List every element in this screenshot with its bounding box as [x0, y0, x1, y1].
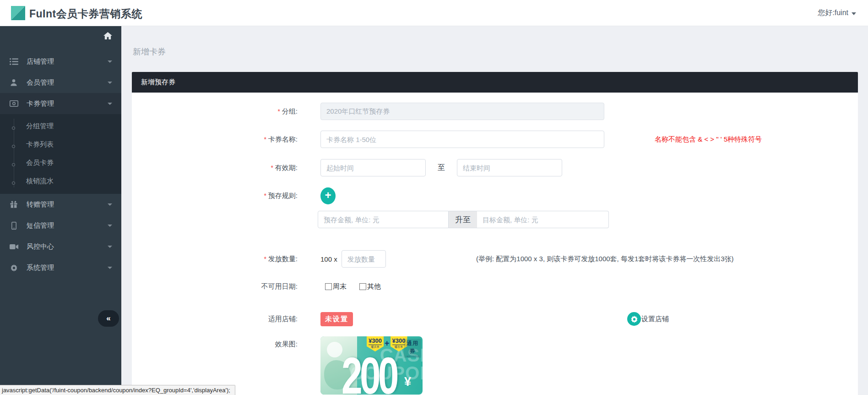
- rule-amount-group: 升至: [318, 211, 609, 228]
- plus-icon: +: [325, 190, 331, 201]
- set-stores-button[interactable]: 设置店铺: [627, 312, 669, 326]
- sidebar-item-label: 风控中心: [27, 242, 108, 251]
- required-asterisk: *: [264, 192, 266, 199]
- end-time-input[interactable]: [457, 159, 562, 176]
- gear-icon: [627, 312, 641, 326]
- sidebar: 店铺管理 会员管理 卡券管理: [0, 26, 121, 395]
- preview-label: 效果图:: [132, 340, 298, 349]
- app-window: FuInt会员卡券营销系统 您好:fuint 店铺管理: [0, 0, 868, 395]
- sidebar-item-label: 短信管理: [27, 221, 108, 230]
- add-rule-button[interactable]: +: [320, 187, 336, 204]
- bullet-icon: [12, 181, 15, 185]
- form-row-rule-amounts: 升至: [132, 211, 858, 228]
- user-greeting: 您好:fuint: [818, 8, 848, 18]
- sidebar-item-member-mgmt[interactable]: 会员管理: [0, 72, 121, 93]
- sidebar-item-gift-mgmt[interactable]: 转赠管理: [0, 194, 121, 215]
- rise-to-label: 升至: [449, 211, 477, 228]
- panel-title: 新增预存券: [141, 78, 175, 87]
- target-amount-input[interactable]: [477, 211, 609, 228]
- user-menu[interactable]: 您好:fuint: [818, 8, 856, 18]
- start-time-input[interactable]: [320, 159, 426, 176]
- form-row-rule: *预存规则: +: [132, 187, 858, 205]
- form-row-preview: 效果图: CASH COUPON 200 ¥: [132, 336, 858, 395]
- video-camera-icon: [9, 244, 19, 250]
- app-logo-icon: [11, 6, 25, 20]
- plus-icon: +: [385, 339, 390, 348]
- sidebar-item-group-mgmt[interactable]: 分组管理: [0, 117, 121, 135]
- status-badge: 未设置: [320, 312, 353, 326]
- other-checkbox-group[interactable]: 其他: [359, 282, 381, 291]
- double-chevron-left-icon: «: [106, 314, 110, 323]
- form-row-stores: 适用店铺: 未设置 设置店铺: [132, 312, 858, 326]
- form-row-validity: *有效期: 至: [132, 159, 858, 176]
- other-checkbox[interactable]: [359, 283, 366, 290]
- form-row-quantity: *发放数量: 100 x (举例: 配置为1000 x 3, 则该卡券可发放10…: [132, 250, 858, 268]
- set-stores-label: 设置店铺: [641, 315, 669, 324]
- sidebar-item-redeem-flow[interactable]: 核销流水: [0, 172, 121, 190]
- coupon-photo-shape: [327, 342, 342, 357]
- sidebar-item-sms-mgmt[interactable]: 短信管理: [0, 215, 121, 236]
- sidebar-item-label: 转赠管理: [27, 200, 108, 209]
- coupon-badges: ¥300 暖庆券 + ¥300 暖芯券: [367, 336, 407, 351]
- bullet-icon: [12, 126, 15, 130]
- coupon-badge: ¥300 暖庆券: [367, 336, 384, 351]
- sidebar-item-label: 系统管理: [27, 263, 108, 272]
- sidebar-subitem-label: 会员卡券: [26, 159, 54, 167]
- weekend-checkbox-group[interactable]: 周末: [325, 282, 347, 291]
- gift-icon: [9, 201, 19, 208]
- form-row-group: *分组:: [132, 103, 858, 120]
- sidebar-item-label: 会员管理: [27, 78, 108, 87]
- required-asterisk: *: [277, 108, 280, 115]
- other-checkbox-label: 其他: [367, 282, 381, 291]
- form-row-unavailable-days: 不可用日期: 周末 其他: [132, 280, 858, 293]
- chevron-down-icon: [108, 103, 112, 105]
- chevron-down-icon: [108, 246, 112, 248]
- bullet-icon: [12, 163, 15, 166]
- home-icon[interactable]: [103, 32, 112, 41]
- name-rule-hint: 名称不能包含 & < > " ' 5种特殊符号: [655, 135, 762, 144]
- coupon-preview-image: CASH COUPON 200 ¥ ¥300 暖庆券 +: [320, 336, 423, 395]
- sidebar-item-store-mgmt[interactable]: 店铺管理: [0, 51, 121, 72]
- top-header: FuInt会员卡券营销系统 您好:fuint: [0, 0, 868, 26]
- sidebar-item-label: 店铺管理: [27, 57, 108, 66]
- required-asterisk: *: [264, 136, 266, 143]
- chevron-down-icon: [108, 60, 112, 63]
- sidebar-item-risk-center[interactable]: 风控中心: [0, 236, 121, 257]
- group-label: *分组:: [132, 107, 298, 116]
- sidebar-collapse-button[interactable]: «: [98, 310, 119, 327]
- chevron-down-icon: [108, 225, 112, 227]
- sidebar-item-system-mgmt[interactable]: 系统管理: [0, 257, 121, 278]
- chevron-down-icon: [852, 12, 856, 15]
- gear-icon: [9, 264, 19, 272]
- date-separator: 至: [438, 163, 445, 173]
- quantity-prefix: 100 x: [320, 255, 337, 263]
- required-asterisk: *: [264, 255, 266, 263]
- sidebar-item-coupon-mgmt[interactable]: 卡券管理: [0, 93, 121, 114]
- coupon-currency: ¥: [404, 375, 411, 389]
- sidebar-item-member-coupon[interactable]: 会员卡券: [0, 154, 121, 172]
- quantity-hint: (举例: 配置为1000 x 3, 则该卡券可发放1000套, 每发1套时将该卡…: [476, 255, 734, 263]
- app-title: FuInt会员卡券营销系统: [29, 7, 142, 21]
- sidebar-home-row: [0, 26, 121, 47]
- weekend-checkbox[interactable]: [325, 283, 332, 290]
- validity-label: *有效期:: [132, 164, 298, 172]
- stores-label: 适用店铺:: [132, 315, 298, 324]
- browser-status-tooltip: javascript:getData('/fuint-coupon/backen…: [0, 385, 235, 395]
- weekend-checkbox-label: 周末: [333, 282, 347, 291]
- sidebar-nav: 店铺管理 会员管理 卡券管理: [0, 47, 121, 278]
- coupon-name-input[interactable]: [320, 131, 604, 148]
- coupon-type-tag: 通用券 CASH COUPON: [404, 339, 421, 358]
- user-icon: [9, 79, 19, 86]
- form-row-name: *卡券名称: 名称不能包含 & < > " ' 5种特殊符号: [132, 131, 858, 148]
- list-icon: [9, 58, 19, 65]
- main-content: 新增卡券 新增预存券 *分组: *卡券名称:: [121, 26, 868, 395]
- sidebar-submenu-coupon: 分组管理 卡券列表 会员卡券 核销流水: [0, 114, 121, 194]
- sidebar-subitem-label: 卡券列表: [26, 140, 54, 149]
- sidebar-subitem-label: 核销流水: [26, 177, 54, 186]
- deposit-amount-input[interactable]: [318, 211, 449, 228]
- rule-label: *预存规则:: [132, 192, 298, 200]
- bullet-icon: [12, 145, 15, 148]
- quantity-input[interactable]: [342, 250, 386, 268]
- breadcrumb: 新增卡券: [133, 46, 166, 57]
- sidebar-item-coupon-list[interactable]: 卡券列表: [0, 135, 121, 154]
